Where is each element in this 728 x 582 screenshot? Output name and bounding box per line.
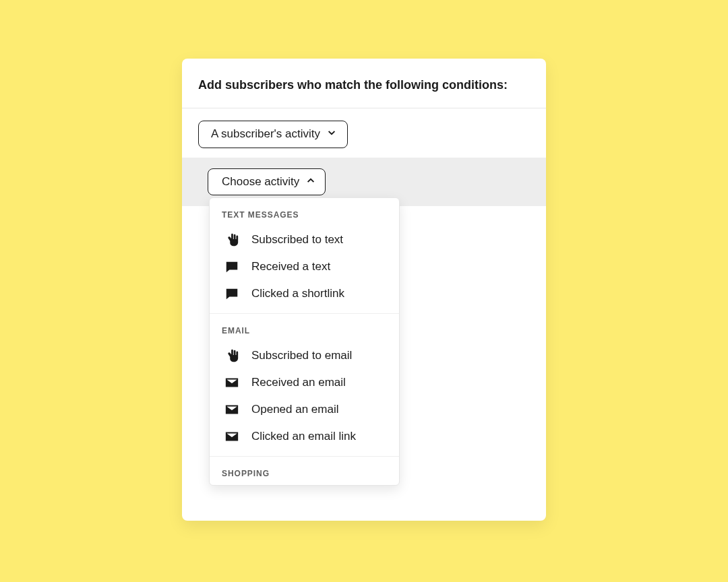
dropdown-group-text-messages: TEXT MESSAGES Subscribed to text Receive…	[210, 198, 399, 314]
mail-icon	[224, 375, 239, 390]
chevron-down-icon	[327, 127, 336, 141]
option-label: Subscribed to email	[251, 349, 352, 362]
option-clicked-an-email-link[interactable]: Clicked an email link	[210, 423, 399, 456]
chat-icon	[224, 259, 239, 274]
option-label: Received an email	[251, 376, 346, 389]
card-header: Add subscribers who match the following …	[182, 59, 546, 108]
activity-select[interactable]: Choose activity	[208, 168, 326, 195]
dropdown-group-shopping: SHOPPING	[210, 457, 399, 485]
chevron-up-icon	[306, 175, 315, 189]
condition-row: A subscriber's activity	[182, 108, 546, 157]
group-label: TEXT MESSAGES	[210, 198, 399, 226]
mail-icon	[224, 429, 239, 444]
card-title: Add subscribers who match the following …	[198, 77, 530, 93]
chat-icon	[224, 286, 239, 301]
option-label: Clicked an email link	[251, 430, 356, 443]
condition-type-label: A subscriber's activity	[211, 127, 320, 141]
option-subscribed-to-email[interactable]: Subscribed to email	[210, 342, 399, 369]
option-label: Received a text	[251, 260, 330, 273]
option-label: Subscribed to text	[251, 233, 343, 247]
hand-icon	[224, 348, 239, 363]
dropdown-group-email: EMAIL Subscribed to email Received an em…	[210, 314, 399, 457]
hand-icon	[224, 232, 239, 247]
activity-dropdown: TEXT MESSAGES Subscribed to text Receive…	[209, 197, 400, 486]
option-clicked-a-shortlink[interactable]: Clicked a shortlink	[210, 280, 399, 313]
option-label: Clicked a shortlink	[251, 287, 344, 300]
group-label: EMAIL	[210, 314, 399, 342]
mail-icon	[224, 402, 239, 417]
activity-select-label: Choose activity	[222, 175, 299, 189]
option-opened-an-email[interactable]: Opened an email	[210, 396, 399, 423]
option-received-an-email[interactable]: Received an email	[210, 369, 399, 396]
condition-type-select[interactable]: A subscriber's activity	[198, 121, 348, 148]
option-subscribed-to-text[interactable]: Subscribed to text	[210, 226, 399, 253]
group-label: SHOPPING	[210, 457, 399, 485]
option-label: Opened an email	[251, 403, 338, 416]
option-received-a-text[interactable]: Received a text	[210, 253, 399, 280]
